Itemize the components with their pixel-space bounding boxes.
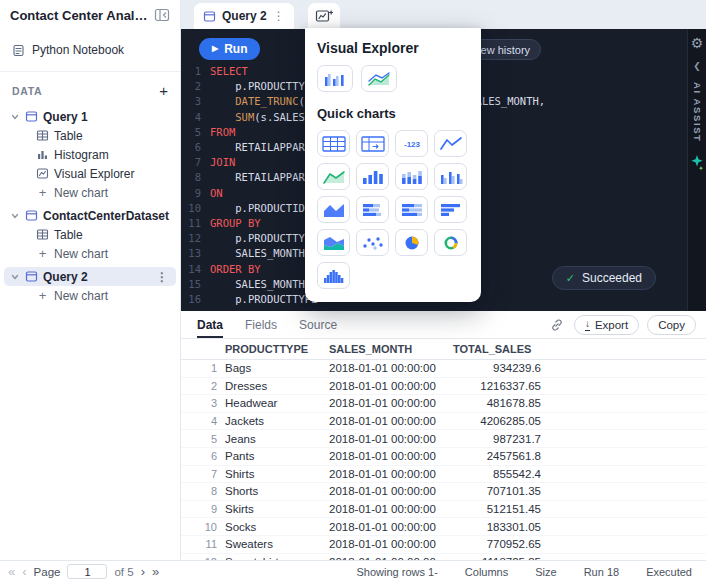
scatter-chart-icon[interactable] (356, 229, 389, 256)
next-page-icon[interactable]: › (141, 565, 145, 578)
table-row[interactable]: 9Skirts2018-01-01 00:00:00512151.45 (181, 501, 706, 519)
table-row[interactable]: 11Sweaters2018-01-01 00:00:00770952.65 (181, 536, 706, 554)
stacked-bar-100-chart-icon[interactable] (395, 196, 428, 223)
new-chart-tab[interactable] (308, 3, 340, 29)
export-label: Export (595, 319, 628, 331)
tab-query-2[interactable]: Query 2 ⋮ (194, 3, 294, 29)
pie-chart-icon[interactable] (395, 229, 428, 256)
row-number: 1 (187, 362, 217, 374)
sidebar-item-python-notebook[interactable]: Python Notebook (0, 38, 180, 62)
cell-producttype: Pants (225, 450, 321, 462)
sidebar-item-table[interactable]: Table (4, 225, 176, 244)
chevron-down-icon[interactable] (10, 112, 20, 122)
status-bar: « ‹ Page of 5 › » Showing rows 1- Column… (0, 560, 706, 582)
row-number: 3 (187, 397, 217, 409)
sidebar-item-query-1[interactable]: Query 1 (4, 107, 176, 126)
column-chart-icon[interactable] (356, 163, 389, 190)
stacked-column-chart-icon[interactable] (395, 163, 428, 190)
grouped-column-chart-icon[interactable] (434, 163, 467, 190)
cell-producttype: Jeans (225, 433, 321, 445)
area-chart-icon[interactable] (317, 196, 350, 223)
stacked-bar-chart-icon[interactable] (356, 196, 389, 223)
donut-chart-icon[interactable] (434, 229, 467, 256)
sidebar-item-contactcenterdataset[interactable]: ContactCenterDataset (4, 206, 176, 225)
export-button[interactable]: ↓ Export (574, 315, 639, 335)
status-badge[interactable]: ✓ Succeeded (552, 266, 656, 290)
kebab-menu-icon[interactable]: ⋮ (154, 270, 170, 284)
sidebar-header: Contact Center Analy... (0, 0, 180, 30)
quick-charts-grid: -123 (317, 130, 469, 289)
col-producttype[interactable]: PRODUCTTYPE (225, 343, 321, 355)
tab-data[interactable]: Data (197, 311, 223, 338)
bar-chart-icon[interactable] (434, 196, 467, 223)
number-chart-icon[interactable]: -123 (395, 130, 428, 157)
first-page-icon[interactable]: « (8, 565, 15, 578)
magic-sparkle-icon[interactable] (690, 154, 704, 171)
run-button[interactable]: ▶ Run (199, 38, 260, 60)
copy-button[interactable]: Copy (647, 315, 696, 335)
link-icon[interactable] (550, 318, 564, 332)
cell-producttype: Skirts (225, 503, 321, 515)
plus-icon: + (36, 185, 49, 200)
cell-sales-month: 2018-01-01 00:00:00 (329, 415, 445, 427)
sidebar-item-new-chart[interactable]: +New chart (4, 244, 176, 263)
histogram-chart-icon[interactable] (317, 262, 350, 289)
table-row[interactable]: 3Headwear2018-01-01 00:00:00481678.85 (181, 395, 706, 413)
table-row[interactable]: 10Socks2018-01-01 00:00:00183301.05 (181, 518, 706, 536)
last-page-icon[interactable]: » (152, 565, 159, 578)
collapse-sidebar-icon[interactable] (154, 8, 170, 22)
line-number: 2 (185, 79, 201, 94)
row-number: 9 (187, 503, 217, 515)
col-total-sales[interactable]: TOTAL_SALES (453, 343, 541, 355)
sidebar-item-query-2[interactable]: Query 2⋮ (4, 267, 176, 286)
chevron-down-icon[interactable] (10, 211, 20, 221)
chevron-down-icon[interactable] (10, 272, 20, 282)
cell-producttype: Sweaters (225, 538, 321, 550)
line-chart-icon[interactable] (434, 130, 467, 157)
line-number: 7 (185, 155, 201, 170)
tab-fields[interactable]: Fields (245, 311, 277, 338)
collapse-panel-icon[interactable]: ❮ (693, 61, 701, 71)
visual-explorer-popover: Visual Explorer Quick charts -123 (305, 28, 481, 302)
popover-title: Visual Explorer (317, 40, 469, 56)
cell-sales-month: 2018-01-01 00:00:00 (329, 485, 445, 497)
sidebar-item-label: Table (54, 129, 170, 143)
play-icon: ▶ (212, 45, 218, 53)
sidebar-item-histogram[interactable]: Histogram (4, 145, 176, 164)
stacked-area-chart-icon[interactable] (317, 229, 350, 256)
sidebar-item-visual-explorer[interactable]: Visual Explorer (4, 164, 176, 183)
table-row[interactable]: 1Bags2018-01-01 00:00:00934239.6 (181, 360, 706, 378)
sidebar-item-table[interactable]: Table (4, 126, 176, 145)
cell-sales-month: 2018-01-01 00:00:00 (329, 503, 445, 515)
col-sales-month[interactable]: SALES_MONTH (329, 343, 445, 355)
area-green-chart-icon[interactable] (317, 163, 350, 190)
cell-producttype: Dresses (225, 380, 321, 392)
prev-page-icon[interactable]: ‹ (22, 565, 26, 578)
page-input[interactable] (67, 564, 107, 579)
ai-assist-tab[interactable]: AI ASSIST (692, 82, 703, 143)
tab-source[interactable]: Source (299, 311, 337, 338)
table-row[interactable]: 8Shorts2018-01-01 00:00:00707101.35 (181, 483, 706, 501)
cell-producttype: Shirts (225, 468, 321, 480)
table-row[interactable]: 6Pants2018-01-01 00:00:002457561.8 (181, 448, 706, 466)
sidebar-item-new-chart[interactable]: +New chart (4, 183, 176, 202)
table-row[interactable]: 2Dresses2018-01-01 00:00:001216337.65 (181, 378, 706, 396)
cell-sales-month: 2018-01-01 00:00:00 (329, 538, 445, 550)
sidebar-item-new-chart[interactable]: +New chart (4, 286, 176, 305)
cell-sales-month: 2018-01-01 00:00:00 (329, 468, 445, 480)
table-row[interactable]: 5Jeans2018-01-01 00:00:00987231.7 (181, 430, 706, 448)
column-builder-icon[interactable] (317, 65, 353, 92)
cell-total-sales: 512151.45 (453, 503, 541, 515)
table-row[interactable]: 4Jackets2018-01-01 00:00:004206285.05 (181, 413, 706, 431)
gear-icon[interactable]: ⚙ (691, 36, 704, 50)
kebab-menu-icon[interactable]: ⋮ (273, 9, 285, 23)
table-row[interactable]: 7Shirts2018-01-01 00:00:00855542.4 (181, 466, 706, 484)
quick-charts-title: Quick charts (317, 106, 469, 121)
add-data-icon[interactable]: + (159, 83, 168, 98)
notebook-label: Python Notebook (32, 43, 124, 57)
line-builder-icon[interactable] (361, 65, 397, 92)
sidebar-item-label: Visual Explorer (54, 167, 170, 181)
pivot-chart-icon[interactable] (356, 130, 389, 157)
table-chart-icon[interactable] (317, 130, 350, 157)
explorer-buttons (317, 65, 469, 92)
